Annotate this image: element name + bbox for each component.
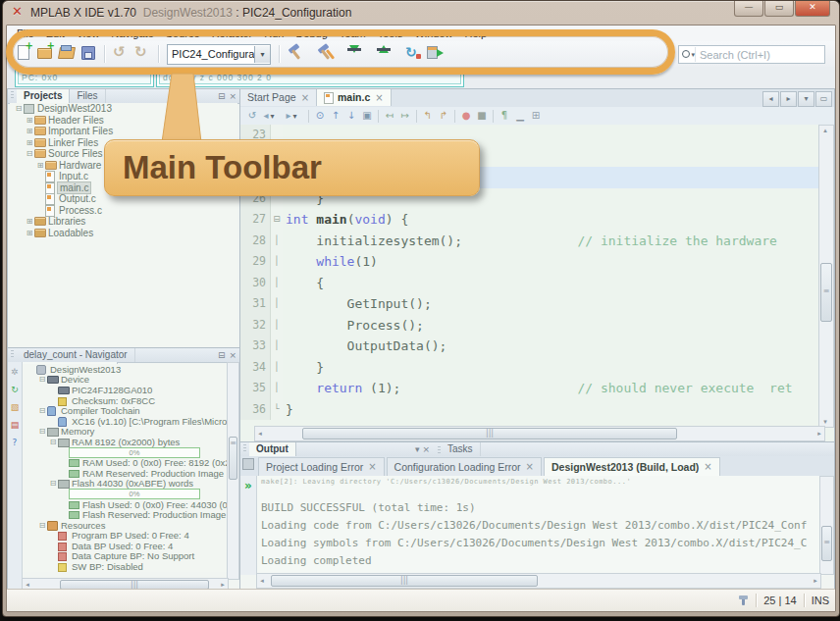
- scroll-left-icon[interactable]: ◂: [255, 429, 265, 439]
- tab-configuration-loading-error[interactable]: Configuration Loading Error×: [387, 457, 542, 476]
- close-tab-icon[interactable]: ×: [375, 93, 383, 103]
- collapse-icon[interactable]: ⊟: [37, 427, 47, 436]
- undo-icon[interactable]: [111, 42, 131, 62]
- collapse-icon[interactable]: ⊟: [48, 479, 58, 488]
- refresh-debug-tool-icon[interactable]: [403, 42, 423, 62]
- previous-occurrence-icon[interactable]: ↤: [382, 109, 397, 123]
- scrollbar-thumb[interactable]: |||: [302, 428, 677, 440]
- tree-item[interactable]: Flash Reserved: Production Image: [23, 509, 229, 520]
- settings-icon[interactable]: ✲: [9, 366, 21, 378]
- tree-item[interactable]: ⊟Device: [23, 375, 229, 386]
- close-tab-icon[interactable]: ×: [526, 462, 534, 472]
- shift-left-icon[interactable]: ↰: [420, 109, 436, 123]
- output-console[interactable]: make[2]: Leaving directory 'C:/Users/c13…: [257, 476, 824, 576]
- menu-item-navigate[interactable]: Navigate: [105, 27, 159, 39]
- tree-item[interactable]: XC16 (v1.10) [C:\Program Files\Microch: [23, 416, 229, 427]
- tab-navigator[interactable]: delay_count - Navigator: [17, 348, 135, 362]
- redo-icon[interactable]: [132, 42, 152, 62]
- minimize-button[interactable]: —: [734, 1, 763, 17]
- close-tab-icon[interactable]: ×: [704, 462, 711, 472]
- tree-item[interactable]: Process.c: [10, 205, 237, 217]
- expand-icon[interactable]: ⊞: [25, 138, 34, 147]
- tree-item[interactable]: Data Capture BP: No Support: [23, 551, 229, 562]
- new-file-icon[interactable]: [14, 42, 33, 62]
- tree-item[interactable]: ⊟DesignWest2013: [10, 103, 237, 115]
- scrollbar-thumb[interactable]: |||: [271, 575, 538, 587]
- pdf-icon[interactable]: ▤: [9, 419, 21, 431]
- shift-right-icon[interactable]: ↱: [436, 109, 451, 123]
- tab-designwest2013-build-load[interactable]: DesignWest2013 (Build, Load)×: [544, 457, 720, 476]
- menu-item-window[interactable]: Window: [408, 27, 458, 39]
- menu-item-debug[interactable]: Debug: [289, 27, 333, 39]
- tree-item[interactable]: ⊟Compiler Toolchain: [23, 405, 229, 416]
- tree-item[interactable]: ⊟Memory: [23, 427, 229, 438]
- expand-icon[interactable]: ⊞: [25, 229, 34, 237]
- menu-item-source[interactable]: Source: [160, 27, 206, 39]
- tree-item[interactable]: ⊟Flash 44030 (0xABFE) words: [23, 479, 229, 490]
- scroll-up-icon[interactable]: ▴: [820, 126, 830, 135]
- read-device-memory-icon[interactable]: [374, 42, 394, 62]
- tree-item[interactable]: Program BP Used: 0 Free: 4: [23, 531, 229, 542]
- pack-icon[interactable]: ▧: [9, 401, 21, 413]
- search-input[interactable]: [696, 49, 824, 61]
- help-icon[interactable]: ?: [9, 437, 21, 448]
- scroll-right-icon[interactable]: ▸: [814, 429, 824, 439]
- find-next-icon[interactable]: ↓: [343, 109, 359, 123]
- clean-and-build-icon[interactable]: [315, 42, 335, 62]
- tree-item[interactable]: RAM Reserved: Production Image: [23, 468, 229, 479]
- insert-mode-indicator[interactable]: INS: [812, 595, 829, 606]
- menu-item-refactor[interactable]: Refactor: [206, 27, 259, 39]
- scrollbar-thumb[interactable]: ≡: [229, 437, 237, 480]
- memory-gauge-row[interactable]: 0%: [23, 447, 229, 458]
- tree-item[interactable]: ⊞Header Files: [10, 115, 237, 127]
- expand-icon[interactable]: ⊞: [35, 161, 45, 170]
- menu-item-team[interactable]: Team: [334, 27, 372, 39]
- scrollbar-thumb[interactable]: ≡: [820, 263, 832, 322]
- tree-item[interactable]: SW BP: Disabled: [23, 561, 229, 572]
- collapse-icon[interactable]: ⊟: [14, 104, 24, 113]
- search-icon[interactable]: [679, 47, 696, 62]
- refresh-icon[interactable]: ↻: [9, 384, 21, 395]
- tab-projects[interactable]: Projects: [17, 89, 70, 103]
- pin-panel-icon[interactable]: ▾: [415, 444, 420, 454]
- make-and-program-device-icon[interactable]: [344, 42, 364, 62]
- tree-item[interactable]: Flash Used: 0 (0x0) Free: 44030 (0x: [23, 499, 229, 510]
- next-occurrence-icon[interactable]: ↦: [397, 109, 413, 123]
- tree-item[interactable]: ⊞Loadables: [10, 228, 237, 239]
- memory-gauge-row[interactable]: 0%: [23, 489, 229, 499]
- tree-item[interactable]: DesignWest2013: [23, 364, 229, 375]
- tab-project-loading-error[interactable]: Project Loading Error×: [258, 457, 385, 476]
- toggle-highlight-icon[interactable]: ▣: [359, 109, 375, 123]
- editor-vscrollbar[interactable]: ▴ ▾ ≡: [818, 125, 834, 428]
- editor-hscrollbar[interactable]: ◂ ▸ |||: [254, 426, 825, 441]
- collapse-icon[interactable]: ⊟: [37, 406, 47, 415]
- close-panel-icon[interactable]: ×: [229, 350, 236, 360]
- collapse-icon[interactable]: ⊟: [37, 375, 47, 384]
- comment-icon[interactable]: ¶: [497, 109, 512, 123]
- last-edit-icon[interactable]: ↺: [244, 109, 260, 123]
- collapse-icon[interactable]: ⊟: [25, 149, 34, 158]
- tree-item[interactable]: ⊞Libraries: [10, 216, 237, 228]
- tab-output[interactable]: Output: [249, 442, 296, 456]
- menu-item-run[interactable]: Run: [258, 27, 289, 39]
- tree-item[interactable]: PIC24FJ128GA010: [23, 385, 229, 395]
- forward-icon[interactable]: ▸: [283, 109, 298, 123]
- scrollbar-thumb[interactable]: ≡: [821, 526, 832, 561]
- find-selection-icon[interactable]: ⊙: [312, 109, 328, 123]
- record-macro-icon[interactable]: ●: [458, 109, 474, 123]
- maximize-editor-icon[interactable]: ▭: [815, 91, 832, 107]
- navigator-vscrollbar[interactable]: ≡: [227, 362, 239, 580]
- output-vscrollbar[interactable]: ≡: [819, 476, 834, 575]
- build-project-icon[interactable]: [286, 42, 305, 62]
- expand-icon[interactable]: ⊞: [25, 217, 34, 226]
- go-to-header-icon[interactable]: ⊞: [528, 109, 544, 123]
- tree-item[interactable]: ⊟RAM 8192 (0x2000) bytes: [23, 437, 229, 447]
- debug-project-icon[interactable]: [425, 42, 445, 62]
- rerun-icon[interactable]: »: [240, 479, 256, 492]
- tree-item[interactable]: RAM Used: 0 (0x0) Free: 8192 (0x20: [23, 457, 229, 468]
- chevron-down-icon[interactable]: ▾: [254, 46, 270, 63]
- configuration-combo[interactable]: PIC24_Configuration ▾: [167, 44, 271, 65]
- find-previous-icon[interactable]: ↑: [328, 109, 343, 123]
- back-icon[interactable]: ◂: [260, 109, 276, 123]
- collapse-icon[interactable]: ⊟: [37, 521, 47, 530]
